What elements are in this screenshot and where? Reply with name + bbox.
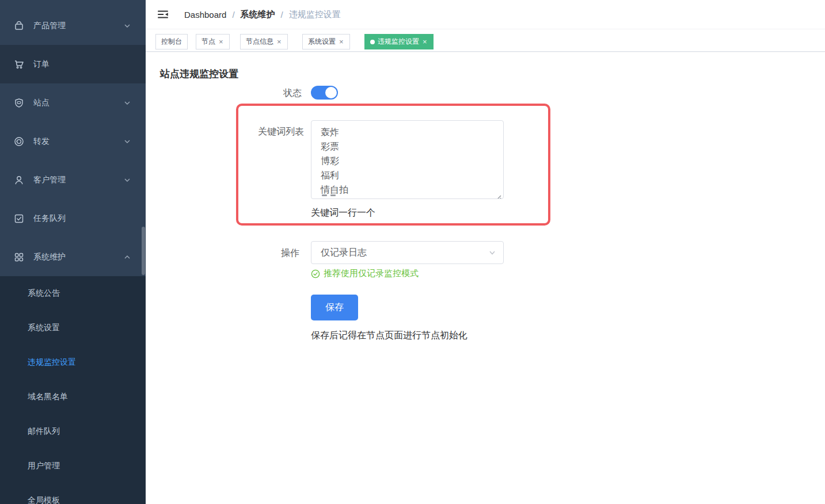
sub-item-label: 全局模板: [28, 495, 60, 504]
sidebar-item-products[interactable]: 产品管理: [0, 6, 146, 45]
sidebar-item-task-queue[interactable]: 任务队列: [0, 199, 146, 238]
sidebar-item-violation-monitor-settings[interactable]: 违规监控设置: [0, 345, 146, 380]
hamburger-fold-icon: [157, 8, 169, 21]
sidebar-item-label: 产品管理: [33, 21, 66, 31]
checkbox-icon: [14, 213, 24, 224]
keyword-line: 轰炸: [321, 125, 495, 139]
tab-label: 系统设置: [308, 37, 336, 47]
sidebar-item-global-template[interactable]: 全局模板: [0, 483, 146, 504]
tab-console[interactable]: 控制台: [155, 34, 188, 49]
tab-system-settings[interactable]: 系统设置 ×: [302, 34, 350, 49]
breadcrumb-separator: /: [281, 10, 283, 20]
sub-item-label: 邮件队列: [28, 426, 60, 437]
sidebar-item-label: 站点: [33, 98, 50, 108]
tab-label: 控制台: [161, 37, 182, 47]
sidebar-item-system-settings[interactable]: 系统设置: [0, 311, 146, 345]
top-navbar: Dashboard / 系统维护 / 违规监控设置: [146, 0, 825, 29]
action-recommendation-tip: 推荐使用仅记录监控模式: [311, 268, 419, 279]
action-select[interactable]: 仅记录日志: [311, 241, 504, 264]
chevron-down-icon: [488, 249, 496, 257]
keyword-line: 彩票: [321, 139, 495, 154]
breadcrumb: Dashboard / 系统维护 / 违规监控设置: [184, 0, 341, 29]
tab-label: 违规监控设置: [378, 37, 419, 47]
breadcrumb-system-maintenance[interactable]: 系统维护: [241, 9, 275, 20]
sidebar-item-label: 订单: [33, 59, 50, 70]
tags-view-bar: 控制台 节点 × 节点信息 × 系统设置 × 违规监控设置 ×: [146, 29, 825, 52]
user-icon: [14, 175, 24, 185]
keywords-hint: 关键词一行一个: [311, 207, 375, 219]
textarea-resize-handle[interactable]: [495, 190, 501, 197]
sub-item-label: 用户管理: [28, 461, 60, 471]
save-button[interactable]: 保存: [311, 295, 358, 320]
sidebar-item-system-maintenance[interactable]: 系统维护: [0, 238, 146, 276]
shield-icon: [14, 98, 24, 108]
sidebar-item-label: 客户管理: [33, 175, 66, 185]
keyword-line: 情自拍: [321, 182, 495, 197]
sidebar-item-sites[interactable]: 站点: [0, 83, 146, 122]
grid-icon: [14, 252, 24, 262]
keyword-line: 福利: [321, 168, 495, 182]
sidebar-item-domain-blacklist[interactable]: 域名黑名单: [0, 380, 146, 414]
tab-violation-monitor-settings[interactable]: 违规监控设置 ×: [364, 34, 434, 49]
close-icon[interactable]: ×: [218, 38, 224, 45]
bag-icon: [14, 21, 24, 31]
toggle-knob: [325, 87, 337, 98]
save-note: 保存后记得在节点页面进行节点初始化: [311, 330, 467, 342]
sidebar: 产品管理 订单 站点 转发: [0, 0, 146, 504]
sub-item-label: 系统设置: [28, 323, 60, 333]
sub-item-label: 系统公告: [28, 288, 60, 299]
forward-circle-icon: [14, 136, 24, 147]
sidebar-item-mail-queue[interactable]: 邮件队列: [0, 414, 146, 449]
chevron-down-icon: [124, 22, 131, 29]
tab-node-info[interactable]: 节点信息 ×: [240, 34, 288, 49]
chevron-down-icon: [124, 100, 131, 106]
status-toggle[interactable]: [311, 86, 338, 100]
clipped-keyword-line: [322, 194, 336, 196]
action-label: 操作: [231, 247, 299, 259]
sidebar-item-forward[interactable]: 转发: [0, 122, 146, 161]
active-tab-dot: [370, 40, 375, 44]
sidebar-collapse-button[interactable]: [155, 6, 170, 22]
breadcrumb-current-page: 违规监控设置: [289, 9, 341, 20]
sub-item-label: 域名黑名单: [28, 392, 68, 402]
sub-item-label: 违规监控设置: [28, 357, 76, 368]
breadcrumb-separator: /: [232, 10, 234, 20]
keywords-textarea[interactable]: 轰炸 彩票 博彩 福利 情自拍: [311, 120, 504, 199]
tab-label: 节点信息: [246, 37, 273, 47]
tab-label: 节点: [202, 37, 215, 47]
cart-icon: [14, 59, 24, 70]
status-label: 状态: [234, 87, 302, 100]
sidebar-scrollbar-thumb[interactable]: [142, 227, 145, 275]
system-maintenance-submenu: 系统公告 系统设置 违规监控设置 域名黑名单 邮件队列 用户管理 全局模板: [0, 276, 146, 504]
close-icon[interactable]: ×: [339, 38, 344, 45]
app-root: 产品管理 订单 站点 转发: [0, 0, 825, 504]
sidebar-item-customers[interactable]: 客户管理: [0, 161, 146, 199]
chevron-up-icon: [124, 254, 131, 261]
action-select-value: 仅记录日志: [321, 247, 367, 259]
sidebar-item-label: 转发: [33, 136, 50, 147]
chevron-down-icon: [124, 138, 131, 145]
sidebar-item-user-management[interactable]: 用户管理: [0, 449, 146, 483]
sidebar-item-label: 任务队列: [33, 213, 66, 224]
close-icon[interactable]: ×: [422, 38, 428, 45]
tab-nodes[interactable]: 节点 ×: [196, 34, 230, 49]
sidebar-item-system-announcement[interactable]: 系统公告: [0, 276, 146, 311]
check-circle-icon: [311, 269, 320, 278]
page-title: 站点违规监控设置: [160, 67, 238, 81]
sidebar-item-label: 系统维护: [33, 252, 66, 262]
keyword-line: 博彩: [321, 154, 495, 168]
sidebar-item-orders[interactable]: 订单: [0, 45, 146, 83]
breadcrumb-dashboard[interactable]: Dashboard: [184, 10, 226, 20]
close-icon[interactable]: ×: [276, 38, 282, 45]
chevron-down-icon: [124, 177, 131, 184]
keywords-label: 关键词列表: [236, 126, 304, 138]
tip-text: 推荐使用仅记录监控模式: [324, 268, 419, 279]
